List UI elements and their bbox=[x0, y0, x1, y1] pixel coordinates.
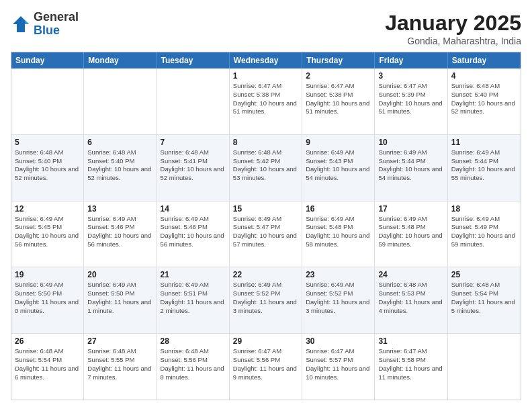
cal-cell-r3-c7: 18Sunrise: 6:49 AM Sunset: 5:49 PM Dayli… bbox=[448, 201, 521, 267]
cal-cell-r5-c5: 30Sunrise: 6:47 AM Sunset: 5:57 PM Dayli… bbox=[302, 334, 375, 400]
cal-cell-r5-c1: 26Sunrise: 6:48 AM Sunset: 5:54 PM Dayli… bbox=[11, 334, 84, 400]
day-number: 21 bbox=[161, 270, 226, 279]
cal-cell-r1-c5: 2Sunrise: 6:47 AM Sunset: 5:38 PM Daylig… bbox=[302, 68, 375, 134]
cal-cell-r5-c7 bbox=[448, 334, 521, 400]
page: General Blue January 2025 Gondia, Mahara… bbox=[0, 0, 532, 411]
cal-cell-r5-c4: 29Sunrise: 6:47 AM Sunset: 5:56 PM Dayli… bbox=[230, 334, 302, 400]
day-detail: Sunrise: 6:49 AM Sunset: 5:50 PM Dayligh… bbox=[15, 281, 80, 315]
day-number: 7 bbox=[161, 138, 226, 147]
day-detail: Sunrise: 6:49 AM Sunset: 5:52 PM Dayligh… bbox=[306, 281, 371, 315]
cal-cell-r3-c3: 14Sunrise: 6:49 AM Sunset: 5:46 PM Dayli… bbox=[157, 201, 230, 267]
calendar-subtitle: Gondia, Maharashtra, India bbox=[385, 36, 521, 46]
day-detail: Sunrise: 6:47 AM Sunset: 5:58 PM Dayligh… bbox=[378, 347, 443, 381]
day-number: 14 bbox=[161, 204, 226, 214]
cal-cell-r3-c5: 16Sunrise: 6:49 AM Sunset: 5:48 PM Dayli… bbox=[302, 201, 375, 267]
day-detail: Sunrise: 6:48 AM Sunset: 5:55 PM Dayligh… bbox=[87, 347, 152, 381]
day-detail: Sunrise: 6:49 AM Sunset: 5:45 PM Dayligh… bbox=[15, 215, 80, 249]
day-detail: Sunrise: 6:47 AM Sunset: 5:38 PM Dayligh… bbox=[306, 82, 371, 116]
day-detail: Sunrise: 6:49 AM Sunset: 5:43 PM Dayligh… bbox=[306, 148, 371, 183]
cal-cell-r1-c6: 3Sunrise: 6:47 AM Sunset: 5:39 PM Daylig… bbox=[375, 68, 447, 134]
day-number: 2 bbox=[306, 71, 371, 81]
day-detail: Sunrise: 6:49 AM Sunset: 5:44 PM Dayligh… bbox=[451, 148, 517, 183]
day-detail: Sunrise: 6:47 AM Sunset: 5:57 PM Dayligh… bbox=[306, 347, 371, 381]
day-number: 10 bbox=[378, 138, 443, 147]
day-number: 28 bbox=[161, 336, 226, 346]
cal-cell-r2-c7: 11Sunrise: 6:49 AM Sunset: 5:44 PM Dayli… bbox=[448, 135, 521, 201]
day-number: 1 bbox=[233, 71, 298, 81]
calendar-row-3: 12Sunrise: 6:49 AM Sunset: 5:45 PM Dayli… bbox=[11, 201, 521, 267]
cal-cell-r1-c3 bbox=[157, 68, 230, 134]
day-detail: Sunrise: 6:49 AM Sunset: 5:47 PM Dayligh… bbox=[233, 215, 298, 249]
cal-cell-r5-c2: 27Sunrise: 6:48 AM Sunset: 5:55 PM Dayli… bbox=[84, 334, 157, 400]
calendar-row-4: 19Sunrise: 6:49 AM Sunset: 5:50 PM Dayli… bbox=[11, 267, 521, 333]
day-detail: Sunrise: 6:48 AM Sunset: 5:40 PM Dayligh… bbox=[87, 148, 152, 183]
cal-cell-r2-c6: 10Sunrise: 6:49 AM Sunset: 5:44 PM Dayli… bbox=[375, 135, 447, 201]
day-number: 12 bbox=[15, 204, 80, 214]
day-detail: Sunrise: 6:48 AM Sunset: 5:42 PM Dayligh… bbox=[233, 148, 298, 183]
logo-text: General Blue bbox=[34, 11, 79, 38]
day-number: 9 bbox=[306, 138, 371, 147]
day-detail: Sunrise: 6:48 AM Sunset: 5:54 PM Dayligh… bbox=[15, 347, 80, 381]
cal-cell-r4-c2: 20Sunrise: 6:49 AM Sunset: 5:50 PM Dayli… bbox=[84, 267, 157, 333]
cal-cell-r2-c2: 6Sunrise: 6:48 AM Sunset: 5:40 PM Daylig… bbox=[84, 135, 157, 201]
title-block: January 2025 Gondia, Maharashtra, India bbox=[385, 11, 521, 46]
day-number: 3 bbox=[378, 71, 443, 81]
cal-cell-r1-c4: 1Sunrise: 6:47 AM Sunset: 5:38 PM Daylig… bbox=[230, 68, 302, 134]
calendar-title: January 2025 bbox=[385, 11, 521, 36]
day-detail: Sunrise: 6:49 AM Sunset: 5:51 PM Dayligh… bbox=[161, 281, 226, 315]
cal-cell-r1-c2 bbox=[84, 68, 157, 134]
day-detail: Sunrise: 6:49 AM Sunset: 5:44 PM Dayligh… bbox=[378, 148, 443, 183]
day-number: 13 bbox=[87, 204, 152, 214]
calendar-row-5: 26Sunrise: 6:48 AM Sunset: 5:54 PM Dayli… bbox=[11, 333, 521, 400]
day-detail: Sunrise: 6:48 AM Sunset: 5:41 PM Dayligh… bbox=[161, 148, 226, 183]
cal-cell-r3-c1: 12Sunrise: 6:49 AM Sunset: 5:45 PM Dayli… bbox=[11, 201, 84, 267]
cal-cell-r2-c4: 8Sunrise: 6:48 AM Sunset: 5:42 PM Daylig… bbox=[230, 135, 302, 201]
day-detail: Sunrise: 6:47 AM Sunset: 5:56 PM Dayligh… bbox=[233, 347, 298, 381]
day-number: 20 bbox=[87, 270, 152, 279]
cal-cell-r5-c3: 28Sunrise: 6:48 AM Sunset: 5:56 PM Dayli… bbox=[157, 334, 230, 400]
day-detail: Sunrise: 6:49 AM Sunset: 5:48 PM Dayligh… bbox=[378, 215, 443, 249]
cal-cell-r4-c4: 22Sunrise: 6:49 AM Sunset: 5:52 PM Dayli… bbox=[230, 267, 302, 333]
cal-cell-r4-c6: 24Sunrise: 6:48 AM Sunset: 5:53 PM Dayli… bbox=[375, 267, 447, 333]
cal-cell-r2-c3: 7Sunrise: 6:48 AM Sunset: 5:41 PM Daylig… bbox=[157, 135, 230, 201]
header-monday: Monday bbox=[84, 52, 157, 68]
day-number: 31 bbox=[378, 336, 443, 346]
day-number: 24 bbox=[378, 270, 443, 279]
day-number: 27 bbox=[87, 336, 152, 346]
day-number: 19 bbox=[15, 270, 80, 279]
calendar-header: Sunday Monday Tuesday Wednesday Thursday… bbox=[11, 52, 521, 68]
logo-general: General bbox=[34, 10, 79, 24]
cal-cell-r4-c3: 21Sunrise: 6:49 AM Sunset: 5:51 PM Dayli… bbox=[157, 267, 230, 333]
header: General Blue January 2025 Gondia, Mahara… bbox=[11, 11, 521, 46]
day-number: 22 bbox=[233, 270, 298, 279]
day-detail: Sunrise: 6:49 AM Sunset: 5:48 PM Dayligh… bbox=[306, 215, 371, 249]
cal-cell-r2-c5: 9Sunrise: 6:49 AM Sunset: 5:43 PM Daylig… bbox=[302, 135, 375, 201]
day-detail: Sunrise: 6:47 AM Sunset: 5:39 PM Dayligh… bbox=[378, 82, 443, 116]
cal-cell-r3-c6: 17Sunrise: 6:49 AM Sunset: 5:48 PM Dayli… bbox=[375, 201, 447, 267]
logo-blue: Blue bbox=[34, 24, 60, 37]
logo-icon bbox=[11, 14, 31, 34]
day-number: 11 bbox=[451, 138, 517, 147]
day-detail: Sunrise: 6:48 AM Sunset: 5:53 PM Dayligh… bbox=[378, 281, 443, 315]
day-number: 8 bbox=[233, 138, 298, 147]
calendar-row-2: 5Sunrise: 6:48 AM Sunset: 5:40 PM Daylig… bbox=[11, 134, 521, 201]
day-detail: Sunrise: 6:49 AM Sunset: 5:46 PM Dayligh… bbox=[87, 215, 152, 249]
logo: General Blue bbox=[11, 11, 79, 38]
calendar: Sunday Monday Tuesday Wednesday Thursday… bbox=[11, 52, 521, 400]
header-saturday: Saturday bbox=[448, 52, 521, 68]
day-number: 5 bbox=[15, 138, 80, 147]
day-detail: Sunrise: 6:49 AM Sunset: 5:46 PM Dayligh… bbox=[161, 215, 226, 249]
cal-cell-r1-c1 bbox=[11, 68, 84, 134]
day-detail: Sunrise: 6:48 AM Sunset: 5:56 PM Dayligh… bbox=[161, 347, 226, 381]
day-detail: Sunrise: 6:49 AM Sunset: 5:50 PM Dayligh… bbox=[87, 281, 152, 315]
header-tuesday: Tuesday bbox=[157, 52, 230, 68]
day-detail: Sunrise: 6:48 AM Sunset: 5:40 PM Dayligh… bbox=[451, 82, 517, 116]
cal-cell-r4-c7: 25Sunrise: 6:48 AM Sunset: 5:54 PM Dayli… bbox=[448, 267, 521, 333]
day-number: 15 bbox=[233, 204, 298, 214]
day-number: 29 bbox=[233, 336, 298, 346]
day-detail: Sunrise: 6:47 AM Sunset: 5:38 PM Dayligh… bbox=[233, 82, 298, 116]
cal-cell-r1-c7: 4Sunrise: 6:48 AM Sunset: 5:40 PM Daylig… bbox=[448, 68, 521, 134]
header-friday: Friday bbox=[375, 52, 447, 68]
day-number: 18 bbox=[451, 204, 517, 214]
day-detail: Sunrise: 6:49 AM Sunset: 5:52 PM Dayligh… bbox=[233, 281, 298, 315]
